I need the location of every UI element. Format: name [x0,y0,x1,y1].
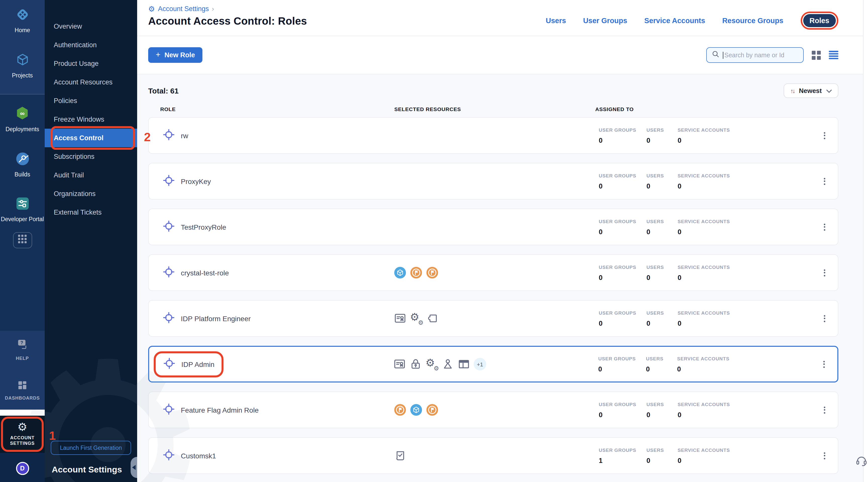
row-kebab-menu-button[interactable] [811,301,838,336]
assigned-label: USER GROUPS [599,218,647,224]
submenu-item-subscriptions[interactable]: Subscriptions [45,147,137,166]
submenu-item-external-tickets[interactable]: External Tickets [45,203,137,222]
submenu-item-policies[interactable]: Policies [45,91,137,110]
submenu-item-product-usage[interactable]: Product Usage [45,54,137,73]
assigned-value: 0 [647,411,678,418]
pipeline-icon [426,312,438,325]
rail-item-builds[interactable]: Builds [0,151,45,178]
role-cell: IDP Platform Engineer [149,305,394,331]
role-row-customsk1[interactable]: Customsk1 USER GROUPS 1 USERS 0 SERVICE … [148,437,838,474]
user-avatar[interactable]: D [16,462,29,475]
submenu-item-label: Subscriptions [54,153,94,160]
person-icon [441,358,454,370]
role-name[interactable]: IDP Platform Engineer [181,314,251,323]
assigned-users: USERS 0 [647,127,678,144]
role-row-crystal-test-role[interactable]: crystal-test-role USER GROUPS 0 USERS 0 … [148,254,838,291]
row-kebab-menu-button[interactable] [811,438,838,474]
rail-item-label: ACCOUNT SETTINGS [5,435,40,447]
role-target-icon [162,174,175,189]
submenu-item-organizations[interactable]: Organizations [45,184,137,203]
assigned-service-accounts: SERVICE ACCOUNTS 0 [678,218,811,236]
support-headset-icon[interactable] [855,454,868,469]
module-grid-button[interactable] [13,232,32,248]
selected-resources-cell [394,403,595,416]
rail-item-label: Builds [14,171,30,178]
search-input[interactable] [724,52,798,59]
deployments-icon: ∞ [14,106,30,123]
row-kebab-menu-button[interactable] [810,347,837,382]
role-name[interactable]: Customsk1 [181,452,216,460]
grid-view-button[interactable] [812,51,821,60]
list-meta: Total: 61 ↑↓ Newest [148,84,838,98]
assigned-to-cell: USER GROUPS 0 USERS 0 SERVICE ACCOUNTS 0 [595,264,811,281]
role-name[interactable]: TestProxyRole [181,223,226,231]
toolbar: + New Role [137,36,868,74]
rail-item-account-settings[interactable]: ⚙ ACCOUNT SETTINGS 1 [0,415,45,453]
new-role-button[interactable]: + New Role [148,47,203,63]
assigned-service-accounts: SERVICE ACCOUNTS 0 [678,401,811,418]
assigned-label: SERVICE ACCOUNTS [678,310,811,315]
assigned-user-groups: USER GROUPS 0 [599,310,647,327]
rail-item-projects[interactable]: Projects [0,52,45,79]
tab-user-groups[interactable]: User Groups [583,17,627,25]
tab-users[interactable]: Users [546,17,566,25]
role-name[interactable]: ProxyKey [181,177,211,185]
breadcrumb-link[interactable]: Account Settings [158,5,209,12]
role-target-icon [163,357,176,372]
role-row-proxykey[interactable]: ProxyKey USER GROUPS 0 USERS 0 SERVICE A… [148,163,838,200]
submenu-item-account-resources[interactable]: Account Resources [45,73,137,91]
role-name[interactable]: crystal-test-role [181,269,229,277]
sort-dropdown[interactable]: ↑↓ Newest [784,84,838,98]
launch-first-generation-button[interactable]: Launch First Generation [51,441,131,455]
role-cell: ProxyKey [149,168,394,194]
grid-icon [18,235,27,245]
row-kebab-menu-button[interactable] [811,118,838,153]
row-kebab-menu-button[interactable] [811,255,838,291]
role-row-idp-platform-engineer[interactable]: IDP Platform Engineer ⚙⚙ USER GROUPS 0 U… [148,300,838,337]
tab-roles[interactable]: Roles [803,14,836,27]
row-kebab-menu-button[interactable] [811,209,838,245]
role-row-rw[interactable]: rw USER GROUPS 0 USERS 0 SERVICE ACCOUNT… [148,117,838,154]
submenu-item-authentication[interactable]: Authentication [45,36,137,54]
role-row-feature-flag-admin-role[interactable]: Feature Flag Admin Role USER GROUPS 0 US… [148,392,838,428]
assigned-value: 0 [678,137,811,144]
role-name[interactable]: rw [181,131,188,140]
submenu-item-access-control[interactable]: Access Control2 [45,129,137,147]
assigned-value: 0 [678,182,811,190]
role-name[interactable]: Feature Flag Admin Role [181,406,259,414]
rail-item-deployments[interactable]: ∞ Deployments [0,106,45,133]
assigned-label: USERS [647,173,678,178]
role-target-icon [162,219,175,235]
role-badge: ProxyKey [153,168,220,194]
rail-item-dashboards[interactable]: DASHBOARDS [0,380,45,401]
tab-service-accounts[interactable]: Service Accounts [644,17,705,25]
rail-item-label: DASHBOARDS [5,396,40,401]
rail-section-top: Home Projects [0,0,45,94]
roles-rows: rw USER GROUPS 0 USERS 0 SERVICE ACCOUNT… [148,117,838,474]
submenu-item-overview[interactable]: Overview [45,17,137,36]
annotation-ring-roles: Roles [800,11,838,30]
submenu-item-audit-trail[interactable]: Audit Trail [45,166,137,184]
selected-resources-cell: ⚙⚙+1 [393,358,594,370]
assigned-label: USERS [647,447,678,453]
role-name[interactable]: IDP Admin [181,360,215,368]
row-kebab-menu-button[interactable] [811,392,838,428]
list-view-button[interactable] [829,51,838,59]
sidebar-collapse-button[interactable] [131,457,137,478]
role-target-icon [162,128,175,143]
search-box [706,47,804,63]
submenu-item-freeze-windows[interactable]: Freeze Windows [45,110,137,129]
role-row-idp-admin[interactable]: IDP Admin ⚙⚙+1 USER GROUPS 0 USERS 0 SER… [148,346,838,383]
rail-item-home[interactable]: Home [0,7,45,34]
role-row-testproxyrole[interactable]: TestProxyRole USER GROUPS 0 USERS 0 SERV… [148,209,838,245]
assigned-value: 0 [599,182,647,190]
assigned-user-groups: USER GROUPS 0 [599,173,647,190]
row-kebab-menu-button[interactable] [811,163,838,199]
tab-resource-groups[interactable]: Resource Groups [722,17,783,25]
page-header: ⚙ Account Settings › Account Access Cont… [137,0,868,36]
selected-resources-cell [394,266,595,279]
rail-item-developer-portal[interactable]: Developer Portal [0,196,45,223]
rail-item-help[interactable]: ? HELP [0,338,45,362]
role-cell: Feature Flag Admin Role [149,397,394,423]
assigned-label: SERVICE ACCOUNTS [678,447,811,453]
